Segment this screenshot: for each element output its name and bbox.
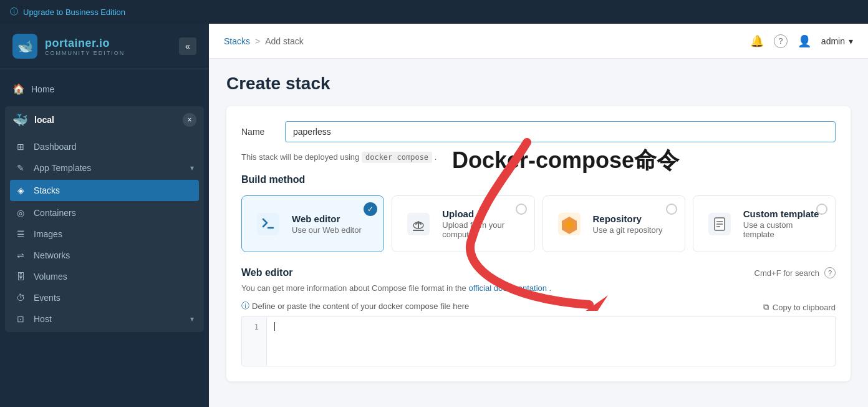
bell-icon: 🔔 (750, 35, 764, 47)
stacks-label: Stacks (34, 185, 60, 195)
editor-title: Web editor (241, 267, 292, 278)
containers-label: Containers (34, 208, 76, 218)
upgrade-banner[interactable]: ⓘ Upgrade to Business Edition (0, 0, 868, 24)
sidebar-item-events[interactable]: ⏱ Events (5, 287, 204, 308)
name-row: Name (241, 121, 836, 142)
sidebar-item-volumes[interactable]: 🗄 Volumes (5, 266, 204, 287)
sidebar: 🐋 portainer.io COMMUNITY EDITION « 🏠 Hom… (0, 24, 209, 407)
repository-radio (666, 203, 677, 215)
upgrade-icon: ⓘ (10, 6, 18, 17)
upgrade-banner-label: Upgrade to Business Edition (23, 7, 125, 17)
sidebar-item-stacks[interactable]: ◈ Stacks (10, 180, 199, 201)
deploy-note: This stack will be deployed using docker… (241, 152, 836, 162)
breadcrumb-parent[interactable]: Stacks (224, 36, 250, 46)
sidebar-item-host[interactable]: ⊡ Host ▾ (5, 308, 204, 330)
name-label: Name (241, 127, 272, 137)
create-stack-form: Name This stack will be deployed using d… (226, 106, 851, 381)
app-templates-icon: ✎ (15, 163, 26, 173)
page-title: Create stack (226, 74, 851, 94)
header-actions: 🔔 ? 👤 admin ▾ (750, 34, 853, 48)
official-docs-link[interactable]: official documentation (468, 283, 547, 293)
web-editor-icon (254, 210, 282, 238)
editor-section: Web editor Cmd+F for search ? You can ge… (241, 267, 836, 366)
editor-shortcut: Cmd+F for search (755, 268, 819, 278)
custom-template-name: Custom template (743, 208, 822, 219)
sidebar-item-containers[interactable]: ◎ Containers (5, 202, 204, 223)
sidebar-item-home[interactable]: 🏠 Home (0, 77, 209, 101)
volumes-icon: 🗄 (15, 272, 26, 282)
code-area[interactable] (267, 317, 835, 366)
info-icon: ⓘ (241, 300, 249, 311)
sidebar-item-networks[interactable]: ⇌ Networks (5, 245, 204, 266)
user-icon: 👤 (798, 34, 811, 48)
environment-icon: 🐳 (12, 112, 28, 127)
logo-edition: COMMUNITY EDITION (45, 50, 125, 56)
repository-icon (556, 210, 583, 238)
name-input[interactable] (285, 121, 836, 142)
upload-desc: Upload from your computer (442, 220, 521, 239)
repository-desc: Use a git repository (593, 225, 663, 235)
events-icon: ⏱ (15, 293, 26, 303)
method-card-repository[interactable]: Repository Use a git repository (542, 195, 685, 252)
environment-nav: ⊞ Dashboard ✎ App Templates ▾ ◈ Stacks (5, 134, 204, 332)
sidebar-item-dashboard[interactable]: ⊞ Dashboard (5, 136, 204, 157)
networks-label: Networks (34, 250, 70, 260)
environment-close-button[interactable]: × (183, 113, 196, 127)
upload-icon (405, 210, 432, 238)
web-editor-selected-check: ✓ (364, 202, 377, 216)
images-label: Images (34, 229, 62, 239)
page-wrapper: Stacks > Add stack 🔔 ? 👤 admin ▾ (209, 24, 868, 407)
volumes-label: Volumes (34, 272, 67, 282)
dropdown-arrow-icon: ▾ (849, 36, 853, 46)
sidebar-home-label: Home (31, 84, 54, 94)
environment-section: 🐳 local × ⊞ Dashboard ✎ App Templates (5, 106, 204, 332)
containers-icon: ◎ (15, 208, 26, 218)
top-header: Stacks > Add stack 🔔 ? 👤 admin ▾ (209, 24, 868, 59)
sidebar-nav: 🏠 Home 🐳 local × ⊞ Dashboard (0, 69, 209, 345)
upload-radio (516, 203, 527, 215)
host-label: Host (34, 314, 52, 324)
environment-name: local (34, 115, 54, 125)
web-editor-name: Web editor (292, 213, 362, 224)
upload-name: Upload (442, 208, 521, 219)
method-card-upload[interactable]: Upload Upload from your computer (392, 195, 534, 252)
help-icon[interactable]: ? (774, 34, 788, 48)
text-cursor (274, 322, 275, 331)
networks-icon: ⇌ (15, 250, 26, 260)
breadcrumb-separator: > (255, 36, 260, 46)
custom-template-desc: Use a custom template (743, 220, 822, 239)
dashboard-icon: ⊞ (15, 142, 26, 152)
admin-label: admin (821, 36, 845, 46)
breadcrumb-current: Add stack (265, 36, 303, 46)
events-label: Events (34, 293, 60, 303)
home-icon: 🏠 (12, 83, 24, 95)
environment-header[interactable]: 🐳 local × (5, 106, 204, 134)
svg-rect-0 (257, 213, 279, 235)
dashboard-label: Dashboard (34, 142, 77, 152)
build-method-title: Build method (241, 174, 836, 185)
stacks-icon: ◈ (15, 185, 26, 195)
custom-template-radio (816, 203, 827, 215)
editor-desc: You can get more information about Compo… (241, 283, 836, 293)
editor-header: Web editor Cmd+F for search ? (241, 267, 836, 278)
admin-dropdown[interactable]: admin ▾ (821, 36, 853, 46)
sidebar-item-app-templates[interactable]: ✎ App Templates ▾ (5, 157, 204, 179)
clipboard-icon: ⧉ (763, 302, 769, 312)
sidebar-collapse-button[interactable]: « (179, 37, 196, 55)
custom-template-icon (706, 210, 733, 238)
notification-bell[interactable]: 🔔 (750, 34, 764, 48)
host-icon: ⊡ (15, 314, 26, 324)
copy-to-clipboard-button[interactable]: ⧉ Copy to clipboard (763, 302, 836, 312)
web-editor-desc: Use our Web editor (292, 225, 362, 235)
method-card-custom-template[interactable]: Custom template Use a custom template (693, 195, 836, 252)
sidebar-logo: 🐋 portainer.io COMMUNITY EDITION « (0, 24, 209, 69)
docker-compose-code: docker compose (362, 152, 432, 163)
method-card-web-editor[interactable]: Web editor Use our Web editor ✓ (241, 195, 384, 252)
code-editor[interactable]: 1 (241, 316, 836, 366)
sidebar-item-images[interactable]: ☰ Images (5, 223, 204, 245)
build-methods: Web editor Use our Web editor ✓ (241, 195, 836, 252)
logo-icon: 🐋 (12, 34, 37, 59)
line-numbers: 1 (242, 317, 267, 366)
host-chevron-icon: ▾ (190, 315, 194, 323)
editor-hint: ⓘ Define or paste the content of your do… (241, 300, 469, 311)
